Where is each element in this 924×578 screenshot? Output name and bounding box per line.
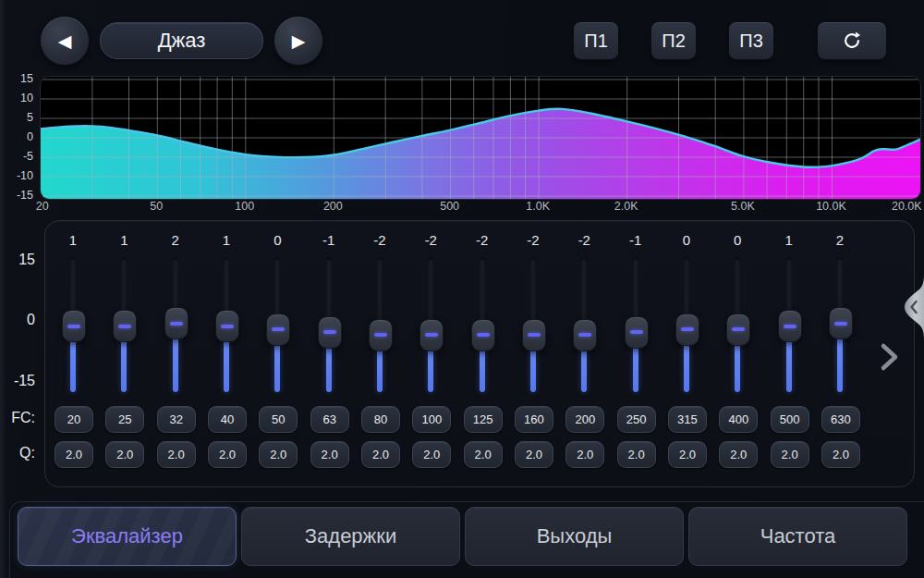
thumb-dash-icon	[732, 327, 745, 331]
band-slider-thumb[interactable]	[522, 319, 546, 351]
tab-задержки[interactable]: Задержки	[241, 507, 460, 566]
band-fc-chip[interactable]: 50	[259, 406, 298, 433]
thumb-dash-icon	[67, 325, 80, 328]
band-gain-value: 0	[252, 232, 303, 248]
band-fc-chip[interactable]: 630	[821, 406, 860, 433]
band-q-chip[interactable]: 2.0	[515, 441, 553, 468]
band-fc-chip[interactable]: 160	[515, 406, 553, 433]
thumb-dash-icon	[221, 325, 234, 328]
next-preset-button[interactable]: ▶	[274, 16, 323, 66]
band-column: -1632.0	[303, 221, 354, 486]
reset-button[interactable]	[817, 21, 887, 60]
band-slider-thumb[interactable]	[419, 319, 444, 351]
band-q-chip[interactable]: 2.0	[208, 441, 247, 468]
band-q-chip[interactable]: 2.0	[105, 441, 144, 468]
band-fc-chip[interactable]: 500	[771, 406, 809, 433]
band-slider-thumb[interactable]	[266, 314, 290, 346]
left-triangle-icon: ◀	[58, 32, 72, 50]
band-q-chip[interactable]: 2.0	[157, 441, 196, 468]
band-fc-chip[interactable]: 80	[361, 406, 400, 433]
band-q-chip[interactable]: 2.0	[310, 441, 349, 468]
graph-y-tick: 10	[0, 91, 33, 105]
band-q-chip[interactable]: 2.0	[719, 441, 758, 468]
band-q-chip[interactable]: 2.0	[361, 441, 400, 468]
memory-preset-1-button[interactable]: П1	[573, 21, 619, 60]
band-slider-thumb[interactable]	[318, 316, 342, 349]
band-slider-thumb[interactable]	[675, 314, 699, 346]
band-gain-value: -2	[354, 232, 405, 248]
band-slider-thumb[interactable]	[829, 307, 853, 339]
band-slider-thumb[interactable]	[625, 316, 649, 349]
band-slider-thumb[interactable]	[471, 319, 495, 351]
band-q-chip[interactable]: 2.0	[55, 441, 93, 468]
band-fc-chip[interactable]: 200	[565, 406, 604, 433]
bottom-tab-strip: ЭквалайзерЗадержкиВыходыЧастота	[9, 501, 924, 578]
thumb-dash-icon	[374, 333, 387, 337]
reset-icon	[842, 31, 862, 51]
slider-scale-minus15: -15	[0, 373, 35, 389]
graph-y-tick: -15	[0, 188, 33, 203]
band-fc-chip[interactable]: 315	[668, 406, 707, 433]
thumb-dash-icon	[170, 322, 183, 326]
band-slider-thumb[interactable]	[215, 310, 239, 342]
band-gain-value: 1	[763, 232, 814, 248]
side-drawer-handle[interactable]	[904, 274, 924, 340]
band-fc-chip[interactable]: 40	[208, 406, 247, 433]
band-fc-chip[interactable]: 125	[464, 406, 503, 433]
band-slider-thumb[interactable]	[369, 319, 393, 351]
band-gain-value: 2	[814, 232, 865, 248]
graph-y-tick: 0	[0, 129, 33, 144]
band-gain-value: 0	[661, 232, 711, 248]
band-gain-value: -1	[610, 232, 661, 248]
band-fc-chip[interactable]: 250	[617, 406, 656, 433]
band-q-chip[interactable]: 2.0	[771, 441, 809, 468]
band-gain-value: -2	[559, 232, 610, 248]
band-column: 03152.0	[661, 221, 711, 486]
thumb-dash-icon	[323, 330, 336, 334]
band-fc-chip[interactable]: 400	[719, 406, 758, 433]
graph-x-tick: 20.0K	[892, 200, 922, 213]
band-q-chip[interactable]: 2.0	[565, 441, 604, 468]
tab-частота[interactable]: Частота	[688, 507, 907, 566]
eq-curve-chart	[41, 77, 920, 199]
band-q-chip[interactable]: 2.0	[259, 441, 298, 468]
scroll-bands-right-button[interactable]	[876, 341, 902, 373]
band-column: -22002.0	[559, 221, 610, 486]
band-fc-chip[interactable]: 25	[105, 406, 144, 433]
band-fc-chip[interactable]: 100	[412, 406, 451, 433]
memory-preset-3-button[interactable]: П3	[728, 21, 774, 60]
band-slider-thumb[interactable]	[164, 307, 188, 339]
graph-x-tick: 1.0K	[526, 200, 550, 213]
q-row-label: Q:	[0, 445, 35, 461]
band-gain-value: -2	[456, 232, 507, 248]
preset-name-pill[interactable]: Джаз	[100, 22, 263, 59]
band-q-chip[interactable]: 2.0	[821, 441, 860, 468]
band-slider-thumb[interactable]	[726, 314, 750, 346]
thumb-dash-icon	[578, 333, 591, 337]
band-slider-thumb[interactable]	[778, 310, 802, 342]
band-slider-thumb[interactable]	[113, 310, 137, 342]
band-gain-value: 1	[201, 232, 251, 248]
tab-эквалайзер[interactable]: Эквалайзер	[18, 507, 237, 566]
thumb-dash-icon	[784, 325, 796, 328]
band-slider-thumb[interactable]	[573, 319, 597, 351]
tab-выходы[interactable]: Выходы	[465, 507, 684, 566]
graph-y-tick: -5	[0, 149, 33, 164]
band-fc-chip[interactable]: 32	[157, 406, 196, 433]
band-fc-chip[interactable]: 20	[55, 406, 93, 433]
band-q-chip[interactable]: 2.0	[668, 441, 707, 468]
band-q-chip[interactable]: 2.0	[412, 441, 451, 468]
band-column: 2322.0	[150, 221, 201, 486]
band-column: -21252.0	[456, 221, 507, 486]
band-q-chip[interactable]: 2.0	[617, 441, 656, 468]
band-slider-thumb[interactable]	[62, 310, 86, 342]
memory-preset-2-button[interactable]: П2	[650, 21, 697, 60]
prev-preset-button[interactable]: ◀	[40, 16, 90, 66]
fc-row-label: FC:	[0, 410, 35, 426]
band-column: -12502.0	[610, 221, 661, 486]
band-fc-chip[interactable]: 63	[310, 406, 349, 433]
band-column: 26302.0	[814, 221, 865, 486]
graph-y-tick: -10	[0, 168, 33, 183]
band-q-chip[interactable]: 2.0	[464, 441, 503, 468]
thumb-dash-icon	[272, 327, 285, 331]
